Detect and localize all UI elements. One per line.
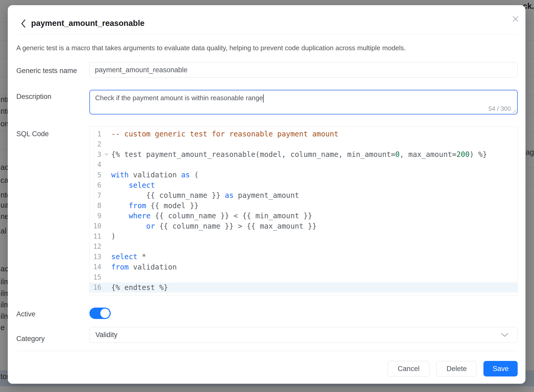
code-text: with validation as ( (111, 171, 199, 179)
line-number: 11 (90, 233, 101, 240)
description-text: Check if the payment amount is within re… (95, 94, 264, 103)
line-number: 10 (90, 222, 101, 230)
code-line[interactable]: 9 where {{ column_name }} < {{ min_amoun… (90, 211, 517, 221)
category-value: Validity (95, 331, 117, 339)
char-counter: 54 / 300 (488, 105, 511, 112)
code-line[interactable]: 6 select (90, 180, 517, 191)
code-line[interactable]: 16{% endtest %} (90, 282, 517, 293)
code-line[interactable]: 12 (90, 242, 517, 252)
line-number: 4 (90, 161, 101, 169)
save-button[interactable]: Save (483, 361, 518, 376)
code-line[interactable]: 3{% test payment_amount_reasonable(model… (90, 149, 517, 160)
generic-test-modal: payment_amount_reasonable A generic test… (8, 5, 525, 384)
line-number: 7 (90, 192, 101, 199)
back-button[interactable] (19, 18, 28, 30)
code-line[interactable]: 13select * (90, 252, 517, 262)
fold-chevron-icon[interactable] (101, 153, 111, 156)
footer-divider (16, 351, 518, 351)
code-line[interactable]: 7 {{ column_name }} as payment_amount (90, 190, 517, 201)
line-number: 16 (90, 284, 101, 291)
code-line[interactable]: 2 (90, 139, 517, 150)
sql-field-label: SQL Code (16, 130, 49, 138)
code-text: where {{ column_name }} < {{ min_amount … (111, 212, 312, 220)
toggle-knob (100, 309, 110, 318)
code-line[interactable]: 5with validation as ( (90, 170, 517, 180)
close-button[interactable] (510, 13, 521, 25)
modal-title: payment_amount_reasonable (31, 19, 145, 28)
close-icon (512, 15, 519, 24)
line-number: 9 (90, 212, 101, 220)
code-text: ) (111, 232, 116, 241)
header-divider (16, 34, 518, 35)
code-text: {% test payment_amount_reasonable(model,… (111, 150, 487, 159)
line-number: 8 (90, 202, 101, 209)
code-text: from validation (111, 263, 177, 271)
code-line[interactable]: 1-- custom generic test for reasonable p… (90, 129, 517, 139)
code-text: select * (111, 252, 146, 261)
description-textarea[interactable]: Check if the payment amount is within re… (89, 90, 518, 114)
sql-editor-lines: 1-- custom generic test for reasonable p… (90, 129, 517, 293)
code-line[interactable]: 8 from {{ model }} (90, 201, 517, 211)
code-text: {% endtest %} (111, 283, 168, 292)
code-line[interactable]: 11) (90, 231, 517, 242)
active-field-label: Active (16, 310, 36, 318)
name-field-label: Generic tests name (16, 67, 77, 75)
line-number: 13 (90, 253, 101, 261)
code-text: or {{ column_name }} > {{ max_amount }} (111, 222, 317, 230)
code-text: select (111, 181, 155, 190)
generic-test-name-input[interactable] (89, 62, 518, 78)
category-select[interactable]: Validity (89, 327, 518, 343)
footer-actions: Cancel Delete Save (388, 361, 518, 376)
line-number: 15 (90, 273, 101, 281)
chevron-down-icon (501, 333, 509, 338)
code-line[interactable]: 10 or {{ column_name }} > {{ max_amount … (90, 221, 517, 231)
resize-handle-icon[interactable] (512, 109, 516, 113)
line-number: 2 (90, 140, 101, 148)
line-number: 12 (90, 243, 101, 250)
line-number: 5 (90, 171, 101, 179)
category-field-label: Category (16, 335, 45, 343)
code-line[interactable]: 14from validation (90, 262, 517, 272)
code-text: from {{ model }} (111, 201, 199, 210)
line-number: 6 (90, 181, 101, 189)
active-toggle[interactable] (89, 308, 111, 319)
line-number: 1 (90, 130, 101, 138)
code-line[interactable]: 15 (90, 272, 517, 282)
description-field-label: Description (16, 93, 51, 101)
code-line[interactable]: 4 (90, 160, 517, 170)
sql-code-editor[interactable]: 1-- custom generic test for reasonable p… (89, 126, 518, 295)
screen: ntryntryomaccantouagnealactilmilmilmilme… (0, 0, 534, 392)
line-number: 14 (90, 263, 101, 271)
text-caret (263, 94, 264, 103)
intro-text: A generic test is a macro that takes arg… (16, 44, 510, 52)
cancel-button[interactable]: Cancel (388, 361, 430, 376)
line-number: 3 (90, 151, 101, 158)
chevron-left-icon (20, 19, 26, 29)
code-text: -- custom generic test for reasonable pa… (111, 130, 339, 138)
delete-button[interactable]: Delete (436, 361, 477, 376)
code-text: {{ column_name }} as payment_amount (111, 191, 299, 200)
